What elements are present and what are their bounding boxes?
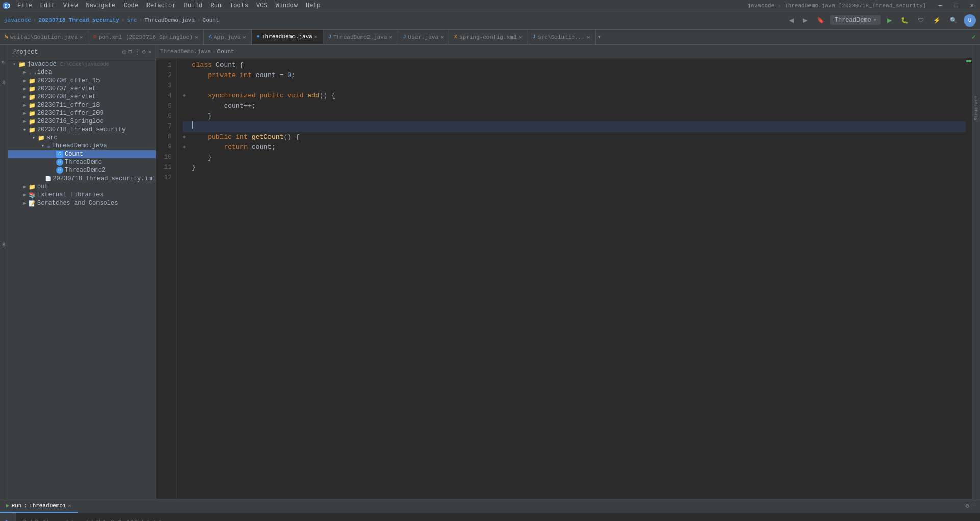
code-editor[interactable]: 1 2 3 4 5 6 7 8 9 10 11 12 class Count { (156, 58, 972, 499)
tab-close-app[interactable]: ✕ (243, 34, 246, 40)
tree-item-idea[interactable]: ▶ . .idea (8, 68, 156, 77)
path-sep4: › (197, 17, 201, 23)
bookmark-button[interactable]: 🔖 (814, 16, 827, 25)
code-line-6: } (183, 111, 966, 121)
menu-build[interactable]: Build (180, 0, 206, 11)
collapse-icon[interactable]: ⊟ (128, 48, 132, 56)
tree-item-count[interactable]: C Count (8, 150, 156, 158)
project-tree: ▾ 📁 javacode E:\Code\javacode ▶ . .idea … (8, 59, 156, 499)
menu-vcs[interactable]: VCS (252, 0, 272, 11)
path-javacode[interactable]: javacode (4, 17, 31, 23)
tab-close-srcsolution[interactable]: ✕ (587, 34, 590, 40)
tree-label-springloc: 20230716_Springloc (37, 118, 104, 125)
folder-icon-offer15: 📁 (29, 78, 36, 84)
window-minimize[interactable]: ─ (934, 0, 946, 11)
breadcrumb-count[interactable]: Count (217, 48, 234, 55)
editor-wrapper: ThreadDemo.java › Count 1 2 3 4 5 6 7 8 … (156, 45, 972, 499)
structure-btn[interactable]: S (0, 79, 8, 87)
project-sidebar-btn[interactable]: P (0, 47, 8, 78)
menu-run[interactable]: Run (206, 0, 226, 11)
path-count[interactable]: Count (203, 17, 219, 23)
tab-solution[interactable]: W weitai\Solution.java ✕ (0, 30, 88, 44)
coverage-button[interactable]: 🛡 (915, 16, 927, 25)
breadcrumb-threaddemo[interactable]: ThreadDemo.java (160, 48, 211, 55)
tab-close-solution[interactable]: ✕ (80, 34, 83, 40)
tab-threaddemo2[interactable]: J ThreadDemo2.java ✕ (323, 30, 398, 44)
tab-srcsolution[interactable]: J src\Solutio... ✕ (527, 30, 595, 44)
settings-icon-bottom[interactable]: ⚙ (966, 502, 969, 510)
menu-file[interactable]: File (13, 0, 36, 11)
folder-icon-out: 📁 (29, 184, 36, 190)
tree-item-springloc[interactable]: ▶ 📁 20230716_Springloc (8, 117, 156, 126)
console-output[interactable]: D:\Software\java\jdk1.8.0_192\bin\java.e… (16, 513, 980, 521)
code-line-10: } (183, 153, 966, 163)
run-tab-close[interactable]: ✕ (68, 503, 71, 509)
tree-item-extlibs[interactable]: ▶ 📚 External Libraries (8, 191, 156, 199)
tab-close-threaddemo2[interactable]: ✕ (389, 34, 393, 40)
options-icon[interactable]: ⋮ (134, 48, 140, 56)
tab-overflow[interactable]: ▾ (598, 30, 601, 44)
tree-label-idea: .idea (34, 69, 52, 76)
tree-item-src[interactable]: ▾ 📁 src (8, 134, 156, 142)
bottom-tab-run[interactable]: ▶ Run : ThreadDemo1 ✕ (0, 499, 78, 513)
tree-item-iml[interactable]: 📄 20230718_Thread_security.iml (8, 175, 156, 183)
tab-close-springconfig[interactable]: ✕ (519, 34, 522, 40)
tab-close-threaddemo[interactable]: ✕ (314, 34, 317, 40)
tab-user[interactable]: J User.java ✕ (398, 30, 449, 44)
profile-button[interactable]: ⚡ (930, 16, 944, 25)
gutter-9: ◆ (183, 142, 191, 153)
tab-springconfig[interactable]: X spring-config.xml ✕ (449, 30, 527, 44)
debug-button[interactable]: 🐛 (898, 16, 912, 25)
tree-item-offer209[interactable]: ▶ 📁 20230711_offer_209 (8, 109, 156, 117)
search-button[interactable]: 🔍 (947, 16, 961, 25)
close-panel-icon[interactable]: ✕ (148, 48, 152, 56)
tree-arrow-root: ▾ (10, 61, 18, 67)
folder-icon-servlet1: 📁 (29, 86, 36, 92)
run-button[interactable]: ▶ (884, 16, 895, 25)
folder-icon-servlet2: 📁 (29, 94, 36, 101)
tree-arrow-threaddemo-file: ▾ (39, 143, 47, 149)
tree-item-threaddemo2-class[interactable]: c ThreadDemo2 (8, 166, 156, 175)
tab-close-user[interactable]: ✕ (440, 34, 444, 40)
minimize-icon-bottom[interactable]: ─ (972, 503, 976, 510)
run-play-btn[interactable]: ▶ (2, 515, 14, 521)
tab-app[interactable]: A App.java ✕ (204, 30, 252, 44)
run-config[interactable]: ThreadDemo ▾ (830, 15, 881, 25)
tree-item-threadsecurity[interactable]: ▾ 📁 20230718_Thread_security (8, 126, 156, 134)
path-src[interactable]: src (127, 17, 137, 23)
tree-item-servlet2[interactable]: ▶ 📁 20230708_servlet (8, 93, 156, 101)
tree-item-threaddemo-file[interactable]: ▾ ☕ ThreadDemo.java (8, 142, 156, 150)
path-threaddemo[interactable]: ThreadDemo.java (144, 17, 195, 23)
menu-view[interactable]: View (59, 0, 82, 11)
tree-arrow-servlet1: ▶ (20, 86, 29, 92)
tab-icon-srcsolution: J (532, 34, 535, 40)
tree-item-servlet1[interactable]: ▶ 📁 20230707_servlet (8, 85, 156, 93)
forward-button[interactable]: ▶ (800, 16, 811, 25)
tab-threaddemo[interactable]: ● ThreadDemo.java ✕ (252, 30, 323, 44)
tree-item-scratches[interactable]: ▶ 📝 Scratches and Consoles (8, 199, 156, 207)
menu-tools[interactable]: Tools (226, 0, 252, 11)
window-close[interactable]: ✕ (966, 0, 978, 11)
settings-icon[interactable]: ⚙ (142, 48, 146, 56)
tree-item-threaddemo-class[interactable]: c ThreadDemo (8, 158, 156, 166)
menu-navigate[interactable]: Navigate (82, 0, 119, 11)
code-lines[interactable]: class Count { private int count = 0; ◆ s… (177, 58, 966, 499)
menu-refactor[interactable]: Refactor (142, 0, 180, 11)
menu-edit[interactable]: Edit (36, 0, 59, 11)
tab-close-pom[interactable]: ✕ (195, 34, 198, 40)
back-button[interactable]: ◀ (786, 16, 797, 25)
gutter-8: ◆ (183, 132, 191, 142)
bookmarks-btn[interactable]: B (0, 241, 8, 249)
tree-item-offer15[interactable]: ▶ 📁 20230706_offer_15 (8, 77, 156, 85)
path-thread-security[interactable]: 20230718_Thread_security (38, 17, 119, 23)
avatar[interactable]: U (964, 14, 976, 27)
window-maximize[interactable]: □ (950, 0, 962, 11)
tab-pom[interactable]: m pom.xml (20230716_Springloc) ✕ (88, 30, 204, 44)
tree-item-offer18[interactable]: ▶ 📁 20230711_offer_18 (8, 101, 156, 109)
menu-window[interactable]: Window (272, 0, 302, 11)
locate-icon[interactable]: ◎ (122, 48, 126, 56)
tree-item-root[interactable]: ▾ 📁 javacode E:\Code\javacode (8, 60, 156, 68)
menu-help[interactable]: Help (302, 0, 325, 11)
tree-item-out[interactable]: ▶ 📁 out (8, 183, 156, 191)
menu-code[interactable]: Code (119, 0, 142, 11)
